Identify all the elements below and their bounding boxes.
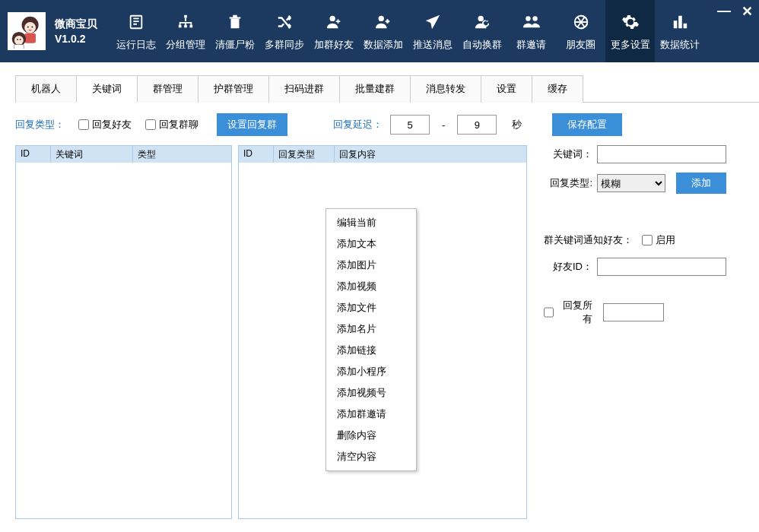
toolbar-1[interactable]: 分组管理 bbox=[160, 0, 210, 62]
menu-item[interactable]: 添加视频号 bbox=[326, 382, 416, 404]
app-title: 微商宝贝 V1.0.2 bbox=[55, 17, 97, 45]
toolbar-10[interactable]: 更多设置 bbox=[605, 0, 655, 62]
tab-护群管理[interactable]: 护群管理 bbox=[198, 75, 269, 103]
friend-id-label: 好友ID： bbox=[544, 260, 592, 274]
svg-rect-12 bbox=[184, 15, 187, 18]
tab-消息转发[interactable]: 消息转发 bbox=[410, 75, 481, 103]
svg-point-9 bbox=[20, 39, 21, 40]
toolbar-0[interactable]: 运行日志 bbox=[111, 0, 160, 62]
svg-rect-23 bbox=[678, 16, 682, 29]
tab-关键词[interactable]: 关键词 bbox=[76, 75, 138, 103]
reply-friend-checkbox[interactable]: 回复好友 bbox=[78, 118, 132, 131]
col-keyword: 关键词 bbox=[51, 146, 133, 163]
toolbar-6[interactable]: 推送消息 bbox=[408, 0, 457, 62]
save-config-button[interactable]: 保存配置 bbox=[552, 113, 622, 136]
delay-from-input[interactable] bbox=[390, 115, 430, 135]
context-menu: 编辑当前添加文本添加图片添加视频添加文件添加名片添加链接添加小程序添加视频号添加… bbox=[326, 208, 417, 471]
tab-扫码进群[interactable]: 扫码进群 bbox=[268, 75, 340, 103]
svg-point-17 bbox=[378, 16, 383, 21]
reply-group-checkbox[interactable]: 回复群聊 bbox=[145, 118, 198, 131]
menu-item[interactable]: 添加图片 bbox=[326, 255, 416, 276]
toolbar-3[interactable]: 多群同步 bbox=[259, 0, 309, 62]
svg-point-2 bbox=[24, 22, 36, 33]
keyword-label: 关键词： bbox=[544, 147, 592, 161]
toolbar-11[interactable]: 数据统计 bbox=[655, 0, 704, 62]
friend-id-input[interactable] bbox=[597, 258, 726, 276]
menu-item[interactable]: 添加文本 bbox=[326, 233, 416, 255]
replytype-label: 回复类型: bbox=[544, 176, 592, 190]
notify-friend-label: 群关键词通知好友： bbox=[544, 233, 633, 247]
svg-rect-22 bbox=[673, 21, 677, 28]
svg-rect-15 bbox=[189, 25, 192, 28]
toolbar-9[interactable]: 朋友圈 bbox=[556, 0, 605, 62]
toolbar-2[interactable]: 清僵尸粉 bbox=[210, 0, 259, 62]
keyword-table[interactable]: ID 关键词 类型 bbox=[15, 145, 232, 519]
svg-rect-5 bbox=[24, 33, 36, 43]
reply-type-label: 回复类型： bbox=[15, 118, 65, 131]
reply-all-checkbox[interactable]: 回复所有 bbox=[544, 299, 592, 326]
reply-table[interactable]: ID 回复类型 回复内容 编辑当前添加文本添加图片添加视频添加文件添加名片添加链… bbox=[238, 145, 527, 519]
tab-机器人[interactable]: 机器人 bbox=[15, 75, 77, 103]
minimize-button[interactable]: — bbox=[717, 3, 731, 20]
menu-item[interactable]: 添加文件 bbox=[326, 297, 416, 318]
close-button[interactable]: ✕ bbox=[742, 3, 753, 20]
tab-批量建群[interactable]: 批量建群 bbox=[339, 75, 411, 103]
svg-rect-24 bbox=[683, 24, 687, 28]
tab-设置[interactable]: 设置 bbox=[481, 75, 532, 103]
svg-point-16 bbox=[329, 16, 335, 21]
toolbar-7[interactable]: 自动换群 bbox=[457, 0, 507, 62]
svg-point-4 bbox=[31, 26, 33, 27]
menu-item[interactable]: 添加群邀请 bbox=[326, 404, 416, 425]
col-replytype: 回复类型 bbox=[274, 146, 335, 163]
toolbar-4[interactable]: 加群好友 bbox=[309, 0, 358, 62]
col-id: ID bbox=[16, 146, 51, 163]
svg-point-8 bbox=[17, 39, 18, 40]
col-id2: ID bbox=[239, 146, 274, 163]
svg-point-18 bbox=[478, 16, 483, 21]
svg-point-20 bbox=[532, 16, 537, 21]
enable-checkbox[interactable]: 启用 bbox=[642, 233, 691, 247]
reply-all-input[interactable] bbox=[603, 303, 664, 321]
svg-point-7 bbox=[14, 36, 24, 45]
tab-群管理[interactable]: 群管理 bbox=[137, 75, 198, 103]
menu-item[interactable]: 添加小程序 bbox=[326, 361, 416, 382]
toolbar-8[interactable]: 群邀请 bbox=[507, 0, 556, 62]
seconds-label: 秒 bbox=[512, 118, 522, 131]
toolbar-5[interactable]: 数据添加 bbox=[358, 0, 408, 62]
keyword-input[interactable] bbox=[597, 145, 726, 163]
svg-point-3 bbox=[27, 26, 29, 27]
menu-item[interactable]: 添加视频 bbox=[326, 276, 416, 297]
menu-item[interactable]: 删除内容 bbox=[326, 425, 416, 446]
col-type: 类型 bbox=[133, 146, 231, 163]
reply-delay-label: 回复延迟： bbox=[333, 118, 383, 131]
menu-item[interactable]: 添加名片 bbox=[326, 318, 416, 340]
svg-point-19 bbox=[526, 16, 530, 21]
avatar bbox=[8, 12, 46, 50]
tab-缓存[interactable]: 缓存 bbox=[532, 75, 583, 103]
svg-rect-14 bbox=[184, 25, 187, 28]
add-button[interactable]: 添加 bbox=[676, 173, 726, 194]
menu-item[interactable]: 编辑当前 bbox=[326, 212, 416, 233]
svg-rect-10 bbox=[14, 44, 24, 49]
set-reply-group-button[interactable]: 设置回复群 bbox=[217, 113, 287, 136]
menu-item[interactable]: 添加链接 bbox=[326, 340, 416, 361]
col-replycontent: 回复内容 bbox=[335, 146, 526, 163]
delay-to-input[interactable] bbox=[457, 115, 497, 135]
replytype-select[interactable]: 模糊 bbox=[597, 174, 665, 192]
menu-item[interactable]: 清空内容 bbox=[326, 446, 416, 467]
svg-rect-13 bbox=[178, 25, 181, 28]
